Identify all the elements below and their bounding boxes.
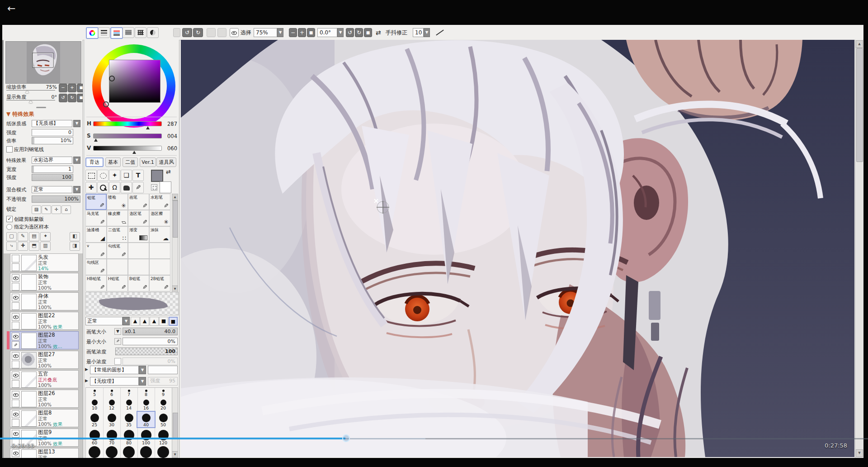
shape-move-icon[interactable]: ❏ (121, 170, 132, 181)
brush-涂抹[interactable]: 涂抹☁ (149, 226, 170, 243)
color-wheel-icon[interactable] (86, 27, 99, 39)
opacity-lock-icon[interactable]: ▨ (32, 205, 41, 214)
edge-shape-button[interactable]: ▲ (150, 317, 159, 326)
size-preset-10[interactable]: 10 (86, 398, 103, 410)
size-preset-150[interactable]: 150 (86, 444, 103, 458)
layer-clip-box[interactable] (12, 283, 19, 291)
layer-clip-box[interactable] (12, 400, 19, 407)
flip-icon[interactable]: ⇄ (376, 28, 381, 37)
lasso-icon[interactable] (97, 170, 108, 181)
layer-thumbnail[interactable] (21, 294, 37, 310)
brush-喷枪[interactable]: 喷枪✳ (107, 194, 128, 210)
all-lock-icon[interactable]: ⌂ (61, 205, 71, 214)
size-preset-50[interactable]: 50 (155, 412, 172, 427)
layer-row[interactable]: 图层8正常100%效果 (10, 409, 79, 427)
brush-HB铅笔[interactable]: HB铅笔✎ (85, 275, 107, 291)
rotate-icon[interactable]: Ω (109, 182, 120, 193)
sv-cursor[interactable] (109, 76, 115, 81)
brush-blend-select[interactable]: 正常 (85, 317, 123, 325)
tab-Ver.1[interactable]: Ver.1 (140, 157, 156, 167)
size-preset-30[interactable]: 30 (103, 412, 120, 427)
canvas[interactable] (181, 40, 854, 457)
brush-size-slider[interactable]: x0.140.0 (123, 328, 178, 335)
layer-visibility-toggle[interactable] (12, 430, 19, 438)
nav-rotate-reset-button[interactable]: ■ (77, 94, 83, 102)
brush-empty-cell[interactable] (107, 259, 128, 275)
stroke-style-icon[interactable] (434, 28, 445, 37)
layer-visibility-toggle[interactable] (12, 313, 19, 321)
nav-zoom-slider[interactable] (6, 90, 55, 91)
layer-row[interactable]: ✎图层28正常100%效... (10, 331, 79, 349)
layer-thumbnail[interactable] (21, 372, 37, 388)
stabilizer-dropdown-button[interactable]: ▼ (424, 28, 430, 37)
brush-H铅笔[interactable]: H铅笔✎ (107, 275, 128, 291)
special-effect-dropdown-button[interactable]: ▼ (73, 157, 80, 164)
expand-icon[interactable]: ▶ (85, 367, 88, 372)
scroll-thumb[interactable] (173, 200, 178, 238)
layer-visibility-toggle[interactable] (12, 372, 19, 379)
layer-visibility-toggle[interactable] (12, 255, 19, 262)
layer-row[interactable]: 图层27正常100% (10, 351, 79, 369)
layer-clip-box[interactable] (12, 302, 19, 310)
layer-thumbnail[interactable] (21, 313, 37, 329)
sv-square[interactable] (109, 60, 160, 103)
nav-zoom-in-button[interactable]: + (68, 84, 76, 92)
size-preset-7[interactable]: 7 (120, 389, 137, 397)
layer-clip-box[interactable] (12, 419, 19, 427)
layer-visibility-toggle[interactable] (12, 410, 19, 418)
brush-texture-select[interactable]: 【无纹理】 (90, 377, 139, 386)
layer-row[interactable]: 装饰正常100% (10, 273, 79, 291)
brush-油漆桶[interactable]: 油漆桶◢ (85, 226, 107, 243)
blend-mode-select[interactable]: 正常 (32, 186, 72, 193)
selection-source-radio[interactable] (6, 224, 12, 230)
layer-row[interactable]: 图层22正常100%效果 (10, 312, 79, 330)
tab-基本[interactable]: 基本 (105, 157, 121, 167)
layer-thumbnail[interactable] (21, 449, 37, 458)
new-vector-layer-icon[interactable]: ✎ (18, 232, 28, 241)
brush-二值笔[interactable]: 二值笔∷ (107, 226, 128, 243)
apply-icon[interactable]: ⬒ (29, 242, 39, 251)
curve-icon[interactable]: ⤷ (6, 242, 17, 251)
apply-pen-checkbox[interactable] (6, 146, 13, 152)
layer-opacity-slider[interactable]: 100% (32, 195, 80, 203)
layer-clip-box[interactable] (12, 361, 19, 368)
stabilizer-field[interactable]: 10 (413, 28, 424, 37)
shape-strength-slider[interactable] (148, 366, 178, 374)
redo-button[interactable]: ↻ (193, 28, 203, 37)
layer-row[interactable]: 身体正常100% (10, 292, 79, 310)
layer-row[interactable]: 头发正常14% (10, 253, 79, 272)
trash-icon[interactable]: ▥ (40, 242, 51, 251)
nav-angle-slider-handle[interactable] (29, 100, 33, 103)
background-swatch[interactable] (160, 181, 171, 193)
history-menu-button[interactable] (173, 28, 180, 37)
nav-zoom-out-button[interactable]: − (59, 84, 67, 92)
hue-slider-handle[interactable] (146, 126, 150, 129)
zoom-in-button[interactable]: + (298, 28, 306, 37)
layer-thumbnail[interactable] (21, 274, 37, 291)
sat-slider[interactable] (93, 133, 162, 138)
paper-texture-dropdown-button[interactable]: ▼ (73, 120, 80, 127)
layer-thumbnail[interactable] (21, 255, 37, 271)
nav-rotate-cw-button[interactable]: ↻ (68, 94, 76, 102)
back-icon[interactable]: ← (7, 3, 15, 14)
brush-v[interactable]: v✎ (85, 243, 107, 259)
size-preset-20[interactable]: 20 (155, 398, 172, 410)
canvas-scrollbar[interactable]: ▲ ▼ (855, 40, 863, 458)
min-size-input[interactable]: 0% (123, 338, 178, 345)
layer-row[interactable]: 五官正片叠底100% (10, 370, 79, 388)
scroll-up-icon[interactable]: ▲ (856, 40, 863, 48)
nav-zoom-reset-button[interactable]: ■ (77, 84, 83, 92)
layer-thumbnail[interactable] (21, 391, 37, 407)
val-slider[interactable] (93, 146, 162, 151)
brush-shape-select[interactable]: 【常规的圆形】 (90, 366, 139, 374)
effects-section-header[interactable]: ▼ 特殊效果 (6, 110, 34, 118)
brush-勾线区[interactable]: 勾线区✎ (85, 259, 107, 275)
size-preset-6[interactable]: 6 (103, 389, 120, 397)
transform-icon[interactable]: ✦ (40, 232, 51, 241)
rotate-cw-button[interactable]: ↻ (355, 28, 363, 37)
scroll-down-icon[interactable]: ▼ (172, 286, 178, 292)
layer-row[interactable]: 图层26正常100% (10, 390, 79, 408)
marquee-icon[interactable] (85, 170, 97, 181)
size-preset-16[interactable]: 16 (137, 398, 155, 410)
zoom-reset-button[interactable]: ■ (307, 28, 315, 37)
